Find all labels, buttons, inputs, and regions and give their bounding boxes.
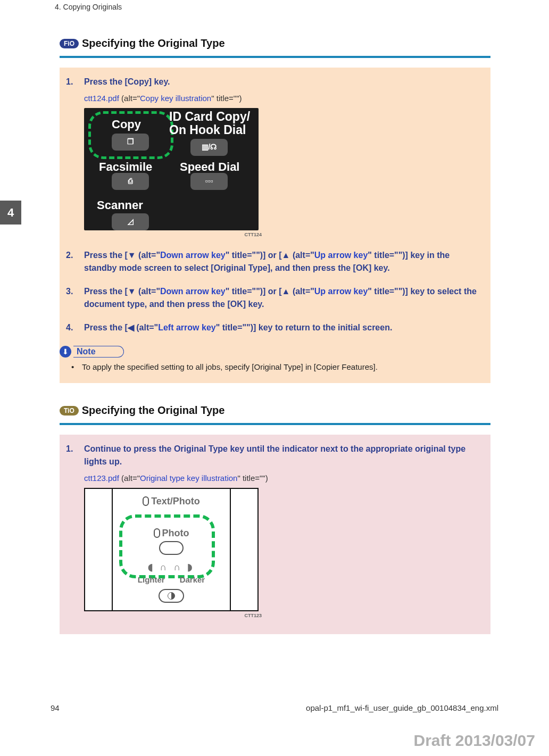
original-type-key [159,541,184,555]
s4-link1[interactable]: Left arrow key [158,323,215,332]
fig2-pdf-link[interactable]: ctt123.pdf [84,473,119,483]
fig1-code: CTT124 [84,231,262,239]
fax-key: ⎙ [112,173,149,190]
idcard-icon: ▥/☊ [202,142,217,153]
step-3: Press the [▼ (alt="Down arrow key" title… [66,280,484,316]
fig2-alt-prefix: (alt=" [121,473,140,483]
section-b-body: Continue to press the Original Type key … [60,435,490,634]
section-a-title: Specifying the Original Type [82,37,225,49]
source-file: opal-p1_mf1_wi-fi_user_guide_gb_00104834… [306,703,498,712]
note-heading: ⬇ Note [60,346,490,358]
fax-icon: ⎙ [128,176,132,187]
section-a-body: Press the [Copy] key. ctt124.pdf (alt="C… [60,68,490,383]
step-2: Press the [▼ (alt="Down arrow key" title… [66,244,484,280]
row-lighter-darker: Lighter Darker [85,574,257,586]
fig1-caption: ctt124.pdf (alt="Copy key illustration" … [84,93,484,105]
s3-link2[interactable]: Up arrow key [314,287,368,296]
page-number: 94 [51,703,60,712]
fig2-code: CTT123 [84,612,262,620]
chapter-side-tab: 4 [0,201,21,225]
copy-icon: ❐ [127,136,134,147]
led-textphoto [143,496,149,506]
label-textphoto: Text/Photo [151,494,200,509]
label-darker: Darker [180,574,205,586]
scanner-icon: ◿ [128,216,134,227]
fio-badge: FiO [60,39,79,48]
original-type-panel: Text/Photo Photo ◖ ∩ ∩ ◗ [84,488,259,611]
fig1-alt-suffix: " title="") [211,94,242,103]
section-b-heading: TiO Specifying the Original Type [60,404,490,425]
fig2-caption: ctt123.pdf (alt="Original type key illus… [84,472,484,485]
fig2-alt-suffix: " title="") [237,473,268,483]
section-a-heading: FiO Specifying the Original Type [60,37,490,58]
label-photo: Photo [162,526,189,541]
note-label: Note [73,346,124,358]
step-1-text: Press the [Copy] key. [84,77,170,86]
label-lighter: Lighter [138,574,165,586]
row-density-marks: ◖ ∩ ∩ ◗ [85,560,257,575]
row-photo: Photo [85,526,257,541]
s3-p2: " title="")] or [▲ (alt=" [226,287,314,296]
led-photo [154,528,160,538]
tio-badge: TiO [60,406,79,416]
step-b1: Continue to press the Original Type key … [66,437,484,625]
contrast-icon [168,592,175,600]
figure-2: Text/Photo Photo ◖ ∩ ∩ ◗ [84,488,262,620]
s2-p1: Press the [▼ (alt=" [84,251,160,260]
s3-p1: Press the [▼ (alt=" [84,287,160,296]
chapter-header: 4. Copying Originals [55,3,122,11]
figure-1: Copy ❐ Facsimile ⎙ Scanner ◿ ID Card Cop… [84,108,262,239]
s4-p1: Press the [◀ (alt=" [84,323,158,332]
section-b-steps: Continue to press the Original Type key … [60,437,490,625]
note-item-1: To apply the specified setting to all jo… [71,361,484,373]
step-b1-text: Continue to press the Original Type key … [84,444,465,466]
row-contrast-key [85,589,257,603]
fig1-alt-prefix: (alt=" [121,94,140,103]
scanner-key: ◿ [112,213,149,230]
label-idcard: ID Card Copy/ On Hook Dial [169,110,250,137]
section-b-title: Specifying the Original Type [82,404,225,417]
s2-link2[interactable]: Up arrow key [314,251,368,260]
draft-stamp: Draft 2013/03/07 [414,732,536,750]
step-1: Press the [Copy] key. ctt124.pdf (alt="C… [66,70,484,244]
s3-link1[interactable]: Down arrow key [160,287,226,296]
s2-link1[interactable]: Down arrow key [160,251,226,260]
idcard-line2: On Hook Dial [169,123,246,137]
page-content: FiO Specifying the Original Type Press t… [60,37,490,634]
control-panel-illustration: Copy ❐ Facsimile ⎙ Scanner ◿ ID Card Cop… [84,108,259,230]
fig1-alt-link[interactable]: Copy key illustration [140,94,211,103]
row-origtype-key [85,541,257,555]
step-4: Press the [◀ (alt="Left arrow key" title… [66,316,484,339]
label-copy: Copy [112,115,141,133]
fig1-pdf-link[interactable]: ctt124.pdf [84,94,119,103]
fig2-alt-link[interactable]: Original type key illustration [140,473,237,483]
copy-key: ❐ [112,134,149,151]
note-icon: ⬇ [60,346,71,358]
speed-dial-key: ▫▫▫ [190,173,228,190]
section-a-steps: Press the [Copy] key. ctt124.pdf (alt="C… [60,70,490,339]
idcard-line1: ID Card Copy/ [169,110,250,123]
s2-p2: " title="")] or [▲ (alt=" [226,251,314,260]
s4-p2: " title="")] key to return to the initia… [216,323,393,332]
label-scanner: Scanner [97,196,143,214]
row-textphoto: Text/Photo [85,494,257,509]
idcard-key: ▥/☊ [190,139,228,156]
density-marks: ◖ ∩ ∩ ◗ [148,560,194,575]
speed-dial-icon: ▫▫▫ [205,176,213,187]
density-key [159,589,184,603]
note-list: To apply the specified setting to all jo… [60,361,490,373]
